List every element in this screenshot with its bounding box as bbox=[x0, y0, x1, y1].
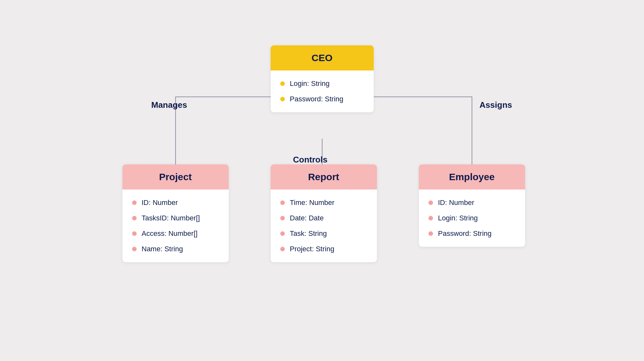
project-field-dot-0 bbox=[132, 200, 137, 205]
project-field-0: ID: Number bbox=[132, 199, 219, 207]
project-field-1: TasksID: Number[] bbox=[132, 214, 219, 222]
employee-header: Employee bbox=[419, 164, 525, 190]
report-field-1: Date: Date bbox=[280, 214, 367, 222]
ceo-field-dot-1 bbox=[280, 97, 285, 101]
report-field-2: Task: String bbox=[280, 229, 367, 238]
report-field-label-2: Task: String bbox=[290, 229, 327, 238]
ceo-field-0: Login: String bbox=[280, 79, 364, 88]
report-card: Report Time: Number Date: Date Task: Str… bbox=[271, 164, 377, 262]
report-field-label-0: Time: Number bbox=[290, 199, 335, 207]
report-field-label-1: Date: Date bbox=[290, 214, 324, 222]
project-field-dot-1 bbox=[132, 216, 137, 220]
report-header: Report bbox=[271, 164, 377, 190]
employee-field-dot-1 bbox=[428, 216, 433, 220]
report-body: Time: Number Date: Date Task: String Pro… bbox=[271, 190, 377, 262]
project-title: Project bbox=[159, 171, 192, 182]
report-field-dot-1 bbox=[280, 216, 285, 220]
ceo-card: CEO Login: String Password: String bbox=[271, 45, 374, 112]
project-fields: ID: Number TasksID: Number[] Access: Num… bbox=[132, 199, 219, 253]
ceo-field-label-0: Login: String bbox=[290, 79, 330, 88]
project-body: ID: Number TasksID: Number[] Access: Num… bbox=[122, 190, 229, 262]
ceo-field-1: Password: String bbox=[280, 95, 364, 103]
employee-field-label-2: Password: String bbox=[438, 229, 492, 238]
report-field-dot-3 bbox=[280, 247, 285, 251]
project-field-3: Name: String bbox=[132, 245, 219, 253]
project-field-label-1: TasksID: Number[] bbox=[142, 214, 200, 222]
ceo-body: Login: String Password: String bbox=[271, 70, 374, 112]
ceo-header: CEO bbox=[271, 45, 374, 70]
project-field-dot-2 bbox=[132, 231, 137, 236]
employee-field-label-1: Login: String bbox=[438, 214, 478, 222]
project-field-label-2: Access: Number[] bbox=[142, 229, 198, 238]
diagram: Manages Controls Assigns CEO Login: Stri… bbox=[97, 36, 548, 325]
employee-fields: ID: Number Login: String Password: Strin… bbox=[428, 199, 515, 238]
project-field-dot-3 bbox=[132, 247, 137, 251]
project-field-2: Access: Number[] bbox=[132, 229, 219, 238]
project-card: Project ID: Number TasksID: Number[] Acc… bbox=[122, 164, 229, 262]
assigns-label: Assigns bbox=[479, 100, 512, 110]
employee-field-dot-0 bbox=[428, 200, 433, 205]
employee-field-dot-2 bbox=[428, 231, 433, 236]
report-field-dot-2 bbox=[280, 231, 285, 236]
report-field-label-3: Project: String bbox=[290, 245, 334, 253]
project-field-label-0: ID: Number bbox=[142, 199, 178, 207]
employee-field-1: Login: String bbox=[428, 214, 515, 222]
ceo-title: CEO bbox=[312, 52, 332, 63]
employee-field-label-0: ID: Number bbox=[438, 199, 474, 207]
report-field-dot-0 bbox=[280, 200, 285, 205]
report-fields: Time: Number Date: Date Task: String Pro… bbox=[280, 199, 367, 253]
employee-field-0: ID: Number bbox=[428, 199, 515, 207]
project-field-label-3: Name: String bbox=[142, 245, 183, 253]
manages-label: Manages bbox=[151, 100, 187, 110]
report-field-0: Time: Number bbox=[280, 199, 367, 207]
report-field-3: Project: String bbox=[280, 245, 367, 253]
employee-body: ID: Number Login: String Password: Strin… bbox=[419, 190, 525, 247]
employee-card: Employee ID: Number Login: String Passwo… bbox=[419, 164, 525, 247]
employee-title: Employee bbox=[449, 171, 495, 182]
employee-field-2: Password: String bbox=[428, 229, 515, 238]
project-header: Project bbox=[122, 164, 229, 190]
ceo-field-label-1: Password: String bbox=[290, 95, 343, 103]
controls-label: Controls bbox=[293, 155, 328, 165]
ceo-fields: Login: String Password: String bbox=[280, 79, 364, 103]
ceo-field-dot-0 bbox=[280, 81, 285, 86]
report-title: Report bbox=[308, 171, 339, 182]
